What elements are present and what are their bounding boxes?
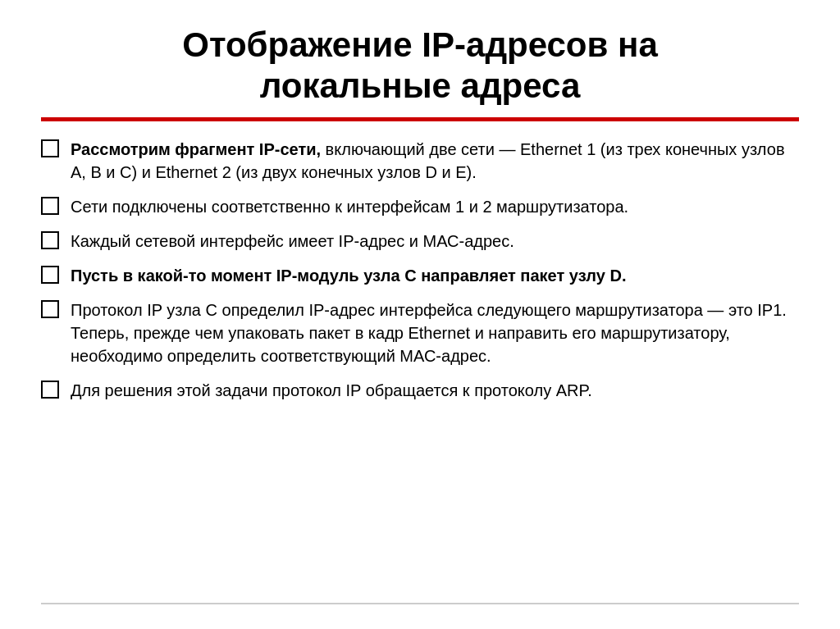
title-block: Отображение IP-адресов на локальные адре… [41, 25, 799, 107]
checkbox-icon [41, 266, 59, 284]
checkbox-icon [41, 381, 59, 399]
svg-rect-2 [42, 232, 58, 248]
svg-rect-4 [42, 301, 58, 317]
bold-text: Рассмотрим фрагмент IP-сети, [71, 140, 321, 158]
list-item: Пусть в какой-то момент IP-модуль узла С… [41, 264, 799, 287]
red-divider [41, 117, 799, 121]
checkbox-icon [41, 231, 59, 249]
list-item: Рассмотрим фрагмент IP-сети, включающий … [41, 138, 799, 184]
list-item: Сети подключены соответственно к интерфе… [41, 195, 799, 218]
item-text: Сети подключены соответственно к интерфе… [71, 195, 799, 218]
item-text: Для решения этой задачи протокол IP обра… [71, 379, 799, 402]
svg-rect-3 [42, 267, 58, 283]
item-text: Каждый сетевой интерфейс имеет IP-адрес … [71, 230, 799, 253]
bottom-divider [41, 603, 799, 604]
content-list: Рассмотрим фрагмент IP-сети, включающий … [41, 138, 799, 402]
title-line2: локальные адреса [260, 66, 581, 105]
list-item: Для решения этой задачи протокол IP обра… [41, 379, 799, 402]
list-item: Протокол IP узла С определил IP-адрес ин… [41, 299, 799, 367]
item-text: Рассмотрим фрагмент IP-сети, включающий … [71, 138, 799, 184]
svg-rect-5 [42, 381, 58, 398]
svg-rect-0 [42, 140, 58, 157]
item-text: Протокол IP узла С определил IP-адрес ин… [71, 299, 799, 367]
title-line1: Отображение IP-адресов на [182, 25, 657, 64]
bold-text: Пусть в какой-то момент IP-модуль узла С… [71, 267, 626, 285]
page-title: Отображение IP-адресов на локальные адре… [41, 25, 799, 107]
svg-rect-1 [42, 198, 58, 214]
list-item: Каждый сетевой интерфейс имеет IP-адрес … [41, 230, 799, 253]
item-text: Пусть в какой-то момент IP-модуль узла С… [71, 264, 799, 287]
checkbox-icon [41, 300, 59, 318]
checkbox-icon [41, 197, 59, 215]
checkbox-icon [41, 139, 59, 157]
